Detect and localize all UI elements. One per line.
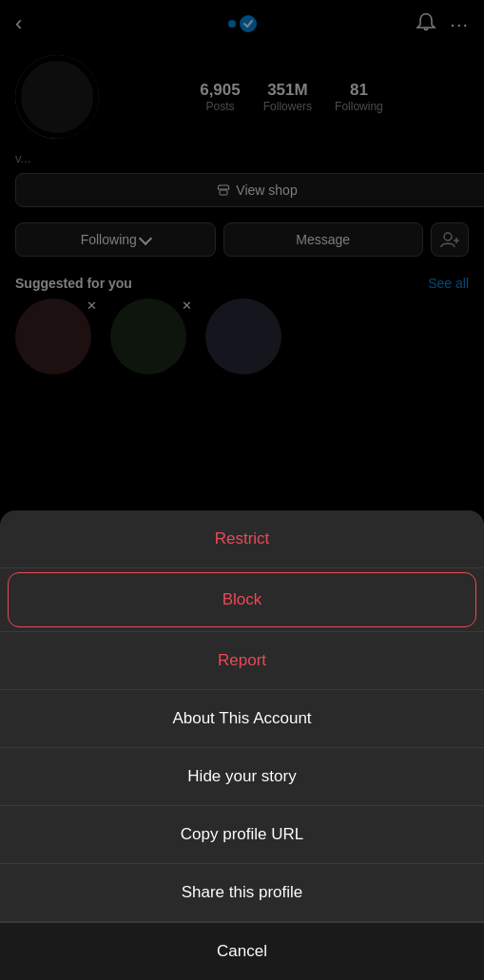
block-wrapper: Block: [0, 568, 484, 632]
block-button[interactable]: Block: [8, 572, 476, 627]
action-sheet: Restrict Block Report About This Account…: [0, 510, 484, 980]
cancel-label: Cancel: [217, 942, 267, 961]
restrict-label: Restrict: [215, 529, 270, 548]
restrict-button[interactable]: Restrict: [0, 510, 484, 568]
about-account-button[interactable]: About This Account: [0, 690, 484, 748]
copy-url-label: Copy profile URL: [181, 825, 303, 844]
report-button[interactable]: Report: [0, 632, 484, 690]
hide-story-button[interactable]: Hide your story: [0, 748, 484, 806]
copy-url-button[interactable]: Copy profile URL: [0, 806, 484, 864]
block-label: Block: [223, 590, 262, 609]
share-profile-button[interactable]: Share this profile: [0, 864, 484, 922]
report-label: Report: [218, 651, 266, 670]
hide-story-label: Hide your story: [187, 767, 296, 786]
cancel-bar: Cancel: [0, 922, 484, 980]
share-profile-label: Share this profile: [182, 883, 303, 902]
cancel-button[interactable]: Cancel: [0, 923, 484, 980]
about-account-label: About This Account: [172, 709, 311, 728]
